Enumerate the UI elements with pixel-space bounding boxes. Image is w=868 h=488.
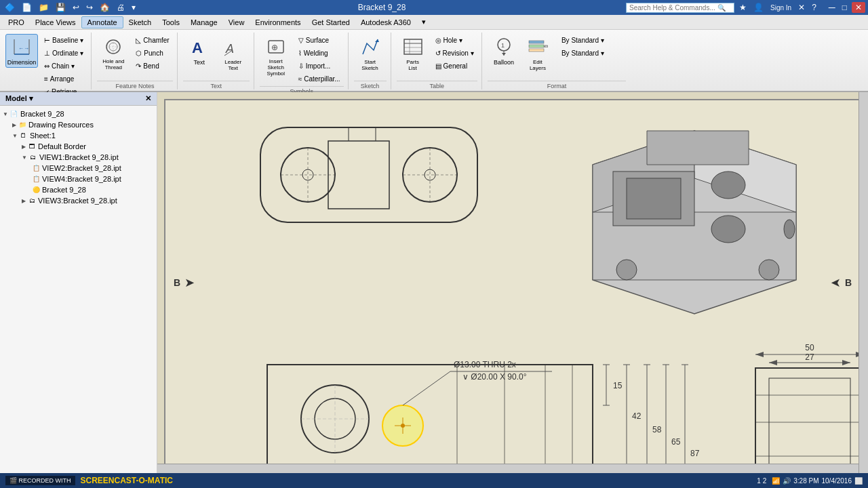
close-window-button[interactable]: ✕: [852, 2, 865, 13]
bend-button[interactable]: ↷ Bend: [132, 60, 172, 72]
search-input[interactable]: [629, 4, 717, 12]
menu-annotate[interactable]: Annotate: [81, 16, 123, 28]
import-icon: ⇩: [298, 62, 304, 70]
help-icon[interactable]: ?: [810, 2, 818, 13]
by-standard-2-dropdown[interactable]: ▾: [601, 49, 604, 57]
ordinate-dropdown[interactable]: ▾: [80, 49, 83, 57]
tree-item-bracket2[interactable]: 🟡 Bracket 9_28: [0, 184, 157, 195]
tree-item-default-border[interactable]: ▶ 🗔 Default Border: [0, 141, 157, 152]
svg-point-32: [403, 148, 457, 202]
menu-autodesk[interactable]: Autodesk A360: [355, 17, 416, 28]
dimension-button[interactable]: ←→ Dimension: [5, 34, 38, 68]
baseline-icon: ⊢: [44, 37, 50, 44]
view2-icon: 📋: [31, 163, 41, 173]
edit-layers-button[interactable]: ✏ EditLayers: [521, 34, 554, 73]
svg-text:←→: ←→: [18, 45, 29, 52]
horizontal-scrollbar[interactable]: [157, 464, 859, 473]
dimension-label: Dimension: [7, 59, 37, 66]
expand-view1[interactable]: ▼: [22, 155, 27, 161]
tree-item-bracket[interactable]: ▼ 📄 Bracket 9_28: [0, 108, 157, 119]
parts-list-button[interactable]: PartsList: [397, 34, 429, 73]
vertical-scrollbar[interactable]: [859, 92, 868, 473]
svg-point-46: [711, 171, 745, 199]
bracket2-label: Bracket 9_28: [42, 186, 86, 194]
revision-dropdown[interactable]: ▾: [471, 49, 474, 57]
menu-tools[interactable]: Tools: [157, 17, 185, 28]
minimize-button[interactable]: ─: [827, 1, 837, 14]
start-sketch-button[interactable]: StartSketch: [354, 34, 387, 73]
hole-thread-button[interactable]: Hole andThread: [97, 34, 130, 73]
user-icon[interactable]: 👤: [751, 2, 766, 13]
balloon-button[interactable]: 1 Balloon: [488, 34, 520, 68]
sidebar-header: Model ▾ ✕: [0, 92, 157, 106]
expand-drawing-res[interactable]: ▶: [12, 122, 16, 128]
menu-sketch[interactable]: Sketch: [123, 17, 157, 28]
home-button[interactable]: 🏠: [98, 2, 112, 13]
general-button[interactable]: ▤ General: [432, 60, 477, 72]
new-button[interactable]: 📄: [20, 2, 34, 13]
ribbon-group-feature-notes: Hole andThread ◺ Chamfer ⬡ Punch ↷ Bend: [93, 33, 177, 89]
punch-button[interactable]: ⬡ Punch: [132, 47, 172, 59]
hole-table-button[interactable]: ◎ Hole ▾: [432, 34, 477, 46]
hole-table-dropdown[interactable]: ▾: [459, 37, 462, 44]
bookmark-icon[interactable]: ★: [737, 2, 749, 13]
leader-text-button[interactable]: A LeaderText: [217, 34, 250, 73]
by-standard-2-button[interactable]: By Standard ▾: [558, 47, 626, 59]
text-button[interactable]: A Text: [183, 34, 216, 68]
statusbar-right: 1 2 📶 🔊 3:28 PM 10/4/2016 ⬜: [757, 477, 863, 485]
close-icon[interactable]: ✕: [796, 2, 807, 13]
menu-environments[interactable]: Environments: [250, 17, 306, 28]
redo-button[interactable]: ↪: [84, 2, 95, 13]
ribbon-group-sketch: StartSketch Sketch: [350, 33, 391, 89]
expand-default-border[interactable]: ▶: [22, 144, 26, 150]
menu-manage[interactable]: Manage: [185, 17, 223, 28]
chain-icon: ⇔: [44, 62, 50, 70]
tree-item-view4[interactable]: 📋 VIEW4:Bracket 9_28.ipt: [0, 174, 157, 184]
menu-pro[interactable]: PRO: [3, 17, 30, 28]
drawing-canvas[interactable]: B B ➤ ➤: [157, 92, 868, 473]
insert-sketch-symbol-button[interactable]: ⊕ InsertSketch Symbol: [260, 34, 292, 79]
search-box[interactable]: 🔍: [626, 3, 734, 13]
caterpillar-button[interactable]: ≈ Caterpillar...: [295, 73, 344, 85]
print-button[interactable]: 🖨: [115, 2, 127, 13]
sidebar: Model ▾ ✕ ▼ 📄 Bracket 9_28 ▶ 📁 Drawing R…: [0, 92, 157, 473]
import-button[interactable]: ⇩ Import...: [295, 60, 344, 72]
chain-button[interactable]: ⇔ Chain ▾: [41, 60, 87, 72]
surface-button[interactable]: ▽ Surface: [295, 34, 344, 46]
tree-item-sheet1[interactable]: ▼ 🗒 Sheet:1: [0, 130, 157, 141]
menu-view[interactable]: View: [223, 17, 250, 28]
chain-dropdown[interactable]: ▾: [71, 62, 75, 70]
baseline-dropdown[interactable]: ▾: [80, 37, 83, 44]
baseline-button[interactable]: ⊢ Baseline ▾: [41, 34, 87, 46]
show-desktop-icon[interactable]: ⬜: [854, 477, 863, 485]
menu-more[interactable]: ▾: [416, 16, 431, 28]
maximize-button[interactable]: □: [840, 2, 849, 13]
menu-place-views[interactable]: Place Views: [30, 17, 81, 28]
by-standard-1-dropdown[interactable]: ▾: [601, 37, 604, 44]
tree-item-view2[interactable]: 📋 VIEW2:Bracket 9_28.ipt: [0, 163, 157, 174]
welding-button[interactable]: ⌇ Welding: [295, 47, 344, 59]
menu-get-started[interactable]: Get Started: [307, 17, 355, 28]
start-sketch-icon: [359, 36, 381, 58]
more-button[interactable]: ▾: [130, 2, 138, 13]
tree-item-view1[interactable]: ▼ 🗂 VIEW1:Bracket 9_28.ipt: [0, 152, 157, 163]
save-button[interactable]: 💾: [54, 2, 68, 13]
signin-button[interactable]: Sign In: [768, 3, 793, 12]
arrange-button[interactable]: ≡ Arrange: [41, 73, 87, 85]
expand-bracket[interactable]: ▼: [3, 111, 8, 117]
open-button[interactable]: 📁: [37, 2, 51, 13]
search-icon: 🔍: [717, 4, 726, 12]
border-icon: 🗔: [27, 142, 37, 151]
by-standard-1-button[interactable]: By Standard ▾: [558, 34, 626, 46]
undo-button[interactable]: ↩: [71, 2, 81, 13]
chamfer-button[interactable]: ◺ Chamfer: [132, 34, 172, 46]
tree-item-drawing-res[interactable]: ▶ 📁 Drawing Resources: [0, 119, 157, 130]
revision-button[interactable]: ↺ Revision ▾: [432, 47, 477, 59]
ordinate-button[interactable]: ⊥ Ordinate ▾: [41, 47, 87, 59]
sidebar-close[interactable]: ✕: [145, 94, 151, 103]
tree-item-view3[interactable]: ▶ 🗂 VIEW3:Bracket 9_28.ipt: [0, 195, 157, 206]
import-label: Import...: [306, 62, 331, 70]
expand-sheet1[interactable]: ▼: [12, 133, 18, 139]
svg-text:42: 42: [632, 411, 642, 421]
expand-view3[interactable]: ▶: [22, 198, 26, 204]
